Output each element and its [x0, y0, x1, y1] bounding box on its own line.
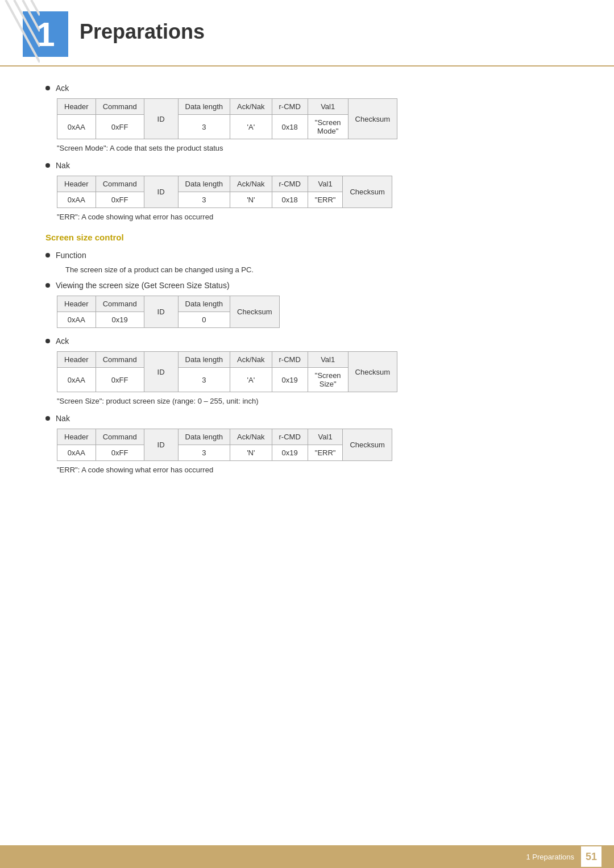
nak2-col-val1: Val1	[308, 429, 343, 445]
col-header-acknak: Ack/Nak	[230, 99, 272, 115]
col-header-header: Header	[57, 99, 96, 115]
bullet-dot-6	[45, 416, 50, 421]
nak-table-2: Header Command ID Data length Ack/Nak r-…	[57, 429, 392, 461]
view-col-header: Header	[57, 296, 96, 312]
ack2-col-val1: Val1	[308, 352, 348, 368]
nak2-val1-val: "ERR"	[308, 445, 343, 461]
nak2-col-datalen: Data length	[178, 429, 230, 445]
ack1-datalen-val: 3	[178, 115, 230, 139]
nak-label-1: Nak	[56, 161, 70, 170]
view-command-val: 0x19	[96, 312, 144, 328]
nak1-command-val: 0xFF	[96, 192, 144, 208]
col-header-val1: Val1	[308, 99, 348, 115]
ack2-acknak-val: 'A'	[230, 368, 272, 392]
page-header: 1 Preparations	[0, 0, 614, 67]
ack1-rcmd-val: 0x18	[272, 115, 308, 139]
view-col-id: ID	[144, 296, 178, 328]
nak2-col-checksum: Checksum	[343, 429, 392, 461]
nak1-rcmd-val: 0x18	[272, 192, 308, 208]
nak1-col-datalen: Data length	[178, 176, 230, 192]
nak2-col-acknak: Ack/Nak	[230, 429, 272, 445]
nak2-col-command: Command	[96, 429, 144, 445]
bullet-dot-2	[45, 163, 50, 168]
nak-table-1: Header Command ID Data length Ack/Nak r-…	[57, 176, 392, 208]
nak1-val1-val: "ERR"	[308, 192, 343, 208]
view-col-checksum: Checksum	[230, 296, 279, 328]
ack-bullet-1: Ack	[45, 84, 569, 93]
nak1-col-command: Command	[96, 176, 144, 192]
page-footer: 1 Preparations 51	[0, 845, 614, 868]
ack2-col-acknak: Ack/Nak	[230, 352, 272, 368]
ack2-val1-val: "ScreenSize"	[308, 368, 348, 392]
viewing-label: Viewing the screen size (Get Screen Size…	[56, 281, 230, 290]
nak1-note: "ERR": A code showing what error has occ…	[57, 213, 569, 221]
ack2-rcmd-val: 0x19	[272, 368, 308, 392]
nak1-col-acknak: Ack/Nak	[230, 176, 272, 192]
nak1-acknak-val: 'N'	[230, 192, 272, 208]
bullet-dot-4	[45, 283, 50, 288]
ack2-col-header: Header	[57, 352, 96, 368]
footer-label: 1 Preparations	[526, 853, 574, 861]
col-header-command: Command	[96, 99, 144, 115]
nak-bullet-1: Nak	[45, 161, 569, 170]
ack-table-2: Header Command ID Data length Ack/Nak r-…	[57, 351, 397, 392]
nak2-col-rcmd: r-CMD	[272, 429, 308, 445]
nak2-rcmd-val: 0x19	[272, 445, 308, 461]
nak2-datalen-val: 3	[178, 445, 230, 461]
view-col-datalen: Data length	[178, 296, 230, 312]
ack1-header-val: 0xAA	[57, 115, 96, 139]
viewing-table: Header Command ID Data length Checksum 0…	[57, 296, 280, 328]
ack1-val1-val: "ScreenMode"	[308, 115, 348, 139]
nak1-col-val1: Val1	[308, 176, 343, 192]
ack-bullet-2: Ack	[45, 337, 569, 346]
screen-size-heading: Screen size control	[45, 232, 569, 242]
nak1-col-header: Header	[57, 176, 96, 192]
function-text: The screen size of a product can be chan…	[65, 265, 569, 274]
nak2-col-id: ID	[144, 429, 178, 461]
bullet-dot-1	[45, 86, 50, 90]
nak-label-2: Nak	[56, 414, 70, 423]
diagonal-decoration	[0, 0, 40, 63]
ack2-col-rcmd: r-CMD	[272, 352, 308, 368]
ack-label-2: Ack	[56, 337, 69, 346]
bullet-dot-3	[45, 253, 50, 258]
col-header-checksum: Checksum	[348, 99, 397, 139]
nak2-note: "ERR": A code showing what error has occ…	[57, 466, 569, 474]
view-col-command: Command	[96, 296, 144, 312]
ack-table-1: Header Command ID Data length Ack/Nak r-…	[57, 98, 397, 139]
nak1-col-rcmd: r-CMD	[272, 176, 308, 192]
nak1-datalen-val: 3	[178, 192, 230, 208]
ack2-col-command: Command	[96, 352, 144, 368]
nak-bullet-2: Nak	[45, 414, 569, 423]
nak1-header-val: 0xAA	[57, 192, 96, 208]
bullet-dot-5	[45, 339, 50, 343]
ack1-command-val: 0xFF	[96, 115, 144, 139]
nak2-col-header: Header	[57, 429, 96, 445]
view-header-val: 0xAA	[57, 312, 96, 328]
function-label: Function	[56, 251, 86, 260]
nak2-command-val: 0xFF	[96, 445, 144, 461]
ack-label-1: Ack	[56, 84, 69, 93]
ack2-header-val: 0xAA	[57, 368, 96, 392]
nak2-acknak-val: 'N'	[230, 445, 272, 461]
nak1-col-checksum: Checksum	[343, 176, 392, 208]
function-bullet: Function	[45, 251, 569, 260]
svg-line-0	[6, 0, 40, 63]
ack1-acknak-val: 'A'	[230, 115, 272, 139]
ack2-command-val: 0xFF	[96, 368, 144, 392]
view-datalen-val: 0	[178, 312, 230, 328]
svg-line-3	[31, 0, 40, 15]
svg-line-2	[23, 0, 40, 31]
col-header-id: ID	[144, 99, 178, 139]
ack2-note: "Screen Size": product screen size (rang…	[57, 397, 569, 405]
page-number: 51	[581, 846, 601, 867]
ack2-col-checksum: Checksum	[348, 352, 397, 392]
ack2-col-datalen: Data length	[178, 352, 230, 368]
col-header-rcmd: r-CMD	[272, 99, 308, 115]
chapter-title: Preparations	[80, 11, 205, 44]
ack2-datalen-val: 3	[178, 368, 230, 392]
ack2-col-id: ID	[144, 352, 178, 392]
nak1-col-id: ID	[144, 176, 178, 208]
col-header-data-length: Data length	[178, 99, 230, 115]
viewing-bullet: Viewing the screen size (Get Screen Size…	[45, 281, 569, 290]
